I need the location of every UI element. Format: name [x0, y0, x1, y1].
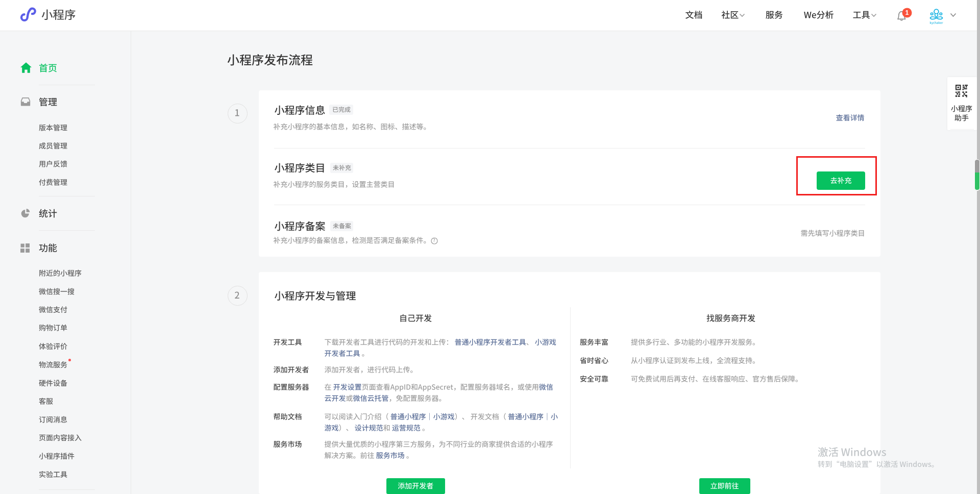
svg-text:1: 1	[905, 9, 909, 16]
